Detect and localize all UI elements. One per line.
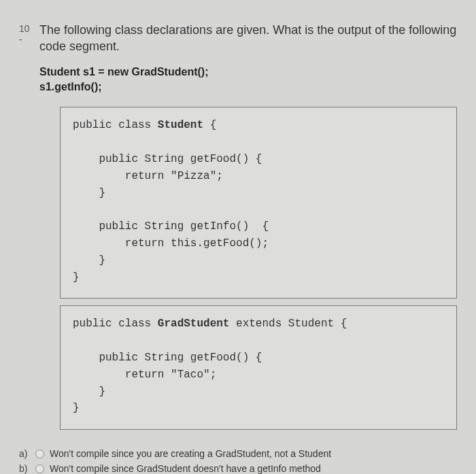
class-name-student: Student xyxy=(158,119,203,131)
code-line: public String getFood() { xyxy=(73,153,262,165)
codebox-student: public class Student { public String get… xyxy=(60,107,457,299)
code-prompt-line-2: s1.getInfo(); xyxy=(39,80,457,95)
answer-text: Won't compile since GradStudent doesn't … xyxy=(50,463,457,474)
question-number: 10 - xyxy=(19,22,34,45)
code-line: } xyxy=(73,402,80,414)
code-line: public String getInfo() { xyxy=(73,220,269,233)
answer-choices: a) Won't compile since you are creating … xyxy=(19,446,457,474)
code-line: public class xyxy=(73,318,158,330)
question-body: The following class declarations are giv… xyxy=(39,22,457,430)
radio-icon[interactable] xyxy=(35,464,44,473)
answer-letter: b) xyxy=(19,463,30,474)
code-line: { xyxy=(203,119,216,131)
code-line: } xyxy=(73,271,80,284)
code-line: public String getFood() { xyxy=(73,352,262,364)
question-page: 10 - The following class declarations ar… xyxy=(0,0,476,474)
code-boxes: public class Student { public String get… xyxy=(60,107,457,430)
answer-a[interactable]: a) Won't compile since you are creating … xyxy=(19,446,457,461)
code-line: return this.getFood(); xyxy=(73,237,269,250)
answer-text: Won't compile since you are creating a G… xyxy=(50,448,457,459)
question-text: The following class declarations are giv… xyxy=(39,22,457,55)
code-line: public class xyxy=(73,119,158,131)
class-name-gradstudent: GradStudent xyxy=(158,318,230,330)
code-line: return "Pizza"; xyxy=(73,170,223,182)
code-line: } xyxy=(73,187,105,199)
answer-letter: a) xyxy=(19,448,30,459)
question-row: 10 - The following class declarations ar… xyxy=(19,22,457,430)
radio-icon[interactable] xyxy=(35,450,44,458)
answer-b[interactable]: b) Won't compile since GradStudent doesn… xyxy=(19,461,457,474)
code-line: } xyxy=(73,254,105,267)
codebox-gradstudent: public class GradStudent extends Student… xyxy=(60,305,457,430)
code-line: } xyxy=(73,386,105,398)
code-line: return "Taco"; xyxy=(73,369,216,381)
question-code-prompt: Student s1 = new GradStudent(); s1.getIn… xyxy=(39,65,457,95)
code-prompt-line-1: Student s1 = new GradStudent(); xyxy=(39,65,457,80)
code-line: extends Student { xyxy=(229,318,347,330)
